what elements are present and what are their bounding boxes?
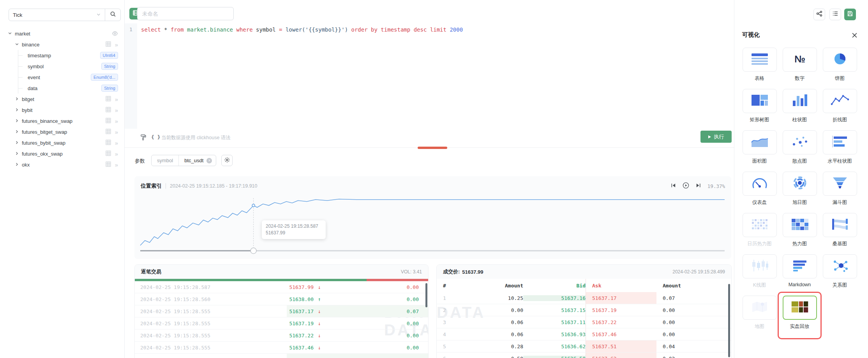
viz-item-sunburst[interactable]: 旭日图 [780, 170, 820, 211]
sidebar-item-futures_okx_swap[interactable]: futures_okx_swap» [0, 148, 124, 159]
share-button[interactable] [813, 9, 825, 20]
double-chevron-icon[interactable]: » [115, 129, 118, 135]
resize-handle[interactable] [418, 147, 447, 149]
viz-item-funnel[interactable]: 漏斗图 [820, 170, 860, 211]
viz-card-bar[interactable] [783, 89, 817, 113]
double-chevron-icon[interactable]: » [115, 96, 118, 102]
viz-card-scatter[interactable] [783, 130, 817, 154]
table-icon[interactable] [106, 140, 111, 146]
orderbook-row[interactable]: 40.0651636.9351637.460.00 [437, 328, 731, 340]
query-list-button[interactable] [829, 9, 841, 20]
clear-icon[interactable]: × [206, 158, 212, 163]
play-circle-icon[interactable] [683, 182, 689, 190]
viz-card-markdown[interactable] [783, 254, 817, 278]
viz-card-line[interactable] [823, 89, 857, 113]
sidebar-item-bybit[interactable]: bybit» [0, 105, 124, 115]
position-index-chart[interactable] [134, 196, 731, 259]
viz-card-heatmap[interactable] [783, 213, 817, 237]
sql-editor-line[interactable]: select * from market.binance where symbo… [141, 27, 732, 33]
table-icon[interactable] [106, 129, 111, 135]
ob-bid-price: 51637.15 [523, 307, 586, 313]
double-chevron-icon[interactable]: » [115, 42, 118, 48]
sidebar-item-futures_bitget_swap[interactable]: futures_bitget_swap» [0, 126, 124, 137]
trade-row[interactable]: 2024-02-25 19:15:28.55551637.51↓0.04 [135, 354, 428, 358]
orderbook-row[interactable]: 30.0651637.1151637.220.00 [437, 316, 731, 328]
sidebar-item-symbol[interactable]: symbolString [0, 61, 124, 72]
viz-item-bar[interactable]: 柱状图 [780, 87, 820, 129]
run-query-button[interactable]: 执行 [700, 131, 732, 143]
search-button[interactable] [105, 9, 120, 21]
viz-card-sunburst[interactable] [783, 172, 817, 196]
scrubber-handle[interactable] [251, 248, 256, 254]
viz-item-graph[interactable]: 关系图 [820, 253, 860, 294]
viz-card-graph[interactable] [823, 254, 857, 278]
sidebar-item-okx[interactable]: okx» [0, 159, 124, 170]
sidebar-item-futures_binance_swap[interactable]: futures_binance_swap» [0, 115, 124, 126]
double-chevron-icon[interactable]: » [115, 140, 118, 146]
viz-card-gauge[interactable] [743, 172, 777, 196]
table-icon[interactable] [106, 107, 111, 113]
trade-row[interactable]: 2024-02-25 19:15:28.58751637.99↓0.00 [135, 281, 428, 293]
param-value-field[interactable]: btc_usdt × [179, 155, 216, 166]
double-chevron-icon[interactable]: » [115, 162, 118, 168]
orderbook-row[interactable]: 20.0051637.1551637.190.00 [437, 304, 731, 316]
viz-item-scatter[interactable]: 散点图 [780, 129, 820, 170]
viz-item-replay[interactable]: 实盘回放 [780, 294, 820, 335]
viz-item-markdown[interactable]: Markdown [780, 253, 820, 294]
viz-card-replay[interactable] [783, 296, 817, 320]
viz-card-treemap[interactable] [743, 89, 777, 113]
viz-item-treemap[interactable]: 矩形树图 [739, 87, 780, 129]
sidebar-item-timestamp[interactable]: timestampUInt64 [0, 50, 124, 61]
viz-item-pie[interactable]: 饼图 [820, 46, 860, 87]
trade-row[interactable]: 2024-02-25 19:15:28.55551637.22↓0.00 [135, 330, 428, 342]
save-button[interactable] [844, 9, 856, 20]
table-icon[interactable] [106, 96, 111, 103]
viz-item-hbar[interactable]: 水平柱状图 [820, 129, 860, 170]
orderbook-row[interactable]: 50.2851636.6251637.510.04 [437, 340, 731, 353]
sidebar-item-data[interactable]: dataString [0, 83, 124, 94]
viz-item-area[interactable]: 面积图 [739, 129, 780, 170]
sidebar-item-bitget[interactable]: bitget» [0, 94, 124, 105]
trade-row[interactable]: 2024-02-25 19:15:28.56051638.00↑0.00 [135, 293, 428, 305]
viz-card-funnel[interactable] [823, 172, 857, 196]
orderbook-row[interactable]: 110.2551637.1651637.170.07 [437, 292, 731, 304]
braces-icon[interactable]: { } [151, 134, 160, 140]
viz-card-number[interactable]: № [783, 48, 817, 72]
orderbook-scrollbar[interactable] [728, 284, 730, 357]
viz-item-sankey[interactable]: 桑基图 [820, 211, 860, 253]
viz-item-line[interactable]: 折线图 [820, 87, 860, 129]
viz-card-table[interactable] [743, 48, 777, 72]
sidebar-item-event[interactable]: eventEnum8('d... [0, 72, 124, 83]
table-icon[interactable] [106, 118, 111, 124]
double-chevron-icon[interactable]: » [115, 151, 118, 157]
trade-row[interactable]: 2024-02-25 19:15:28.55551637.46↓0.00 [135, 342, 428, 354]
viz-item-gauge[interactable]: 仪表盘 [739, 170, 780, 211]
close-icon[interactable] [850, 31, 858, 39]
format-sql-icon[interactable] [139, 134, 146, 142]
viz-item-number[interactable]: №数字 [780, 46, 820, 87]
viz-card-area[interactable] [743, 130, 777, 154]
skip-start-icon[interactable] [670, 183, 676, 190]
viz-item-table[interactable]: 表格 [739, 46, 780, 87]
trades-scrollbar[interactable] [425, 283, 427, 307]
database-select[interactable]: Tick [9, 9, 105, 21]
viz-item-heatmap[interactable]: 热力图 [780, 211, 820, 253]
double-chevron-icon[interactable]: » [115, 118, 118, 124]
sidebar-item-market[interactable]: market [0, 28, 124, 39]
sidebar-item-binance[interactable]: binance» [0, 39, 124, 50]
double-chevron-icon[interactable]: » [115, 107, 118, 113]
eye-icon[interactable] [112, 30, 118, 37]
viz-card-sankey[interactable] [823, 213, 857, 237]
orderbook-row[interactable]: 60.5851636.5051637.630.02 [437, 353, 731, 358]
table-icon[interactable] [106, 41, 111, 48]
sidebar-item-futures_bybit_swap[interactable]: futures_bybit_swap» [0, 137, 124, 148]
table-icon[interactable] [106, 151, 111, 157]
viz-card-hbar[interactable] [823, 130, 857, 154]
query-title-input[interactable] [137, 7, 234, 20]
table-icon[interactable] [106, 161, 111, 168]
trade-row[interactable]: 2024-02-25 19:15:28.55551637.17↓0.07 [135, 305, 428, 317]
trade-row[interactable]: 2024-02-25 19:15:28.55551637.19↓0.00 [135, 317, 428, 330]
viz-card-pie[interactable] [823, 48, 857, 72]
param-settings-button[interactable] [221, 155, 233, 166]
skip-end-icon[interactable] [695, 183, 701, 190]
